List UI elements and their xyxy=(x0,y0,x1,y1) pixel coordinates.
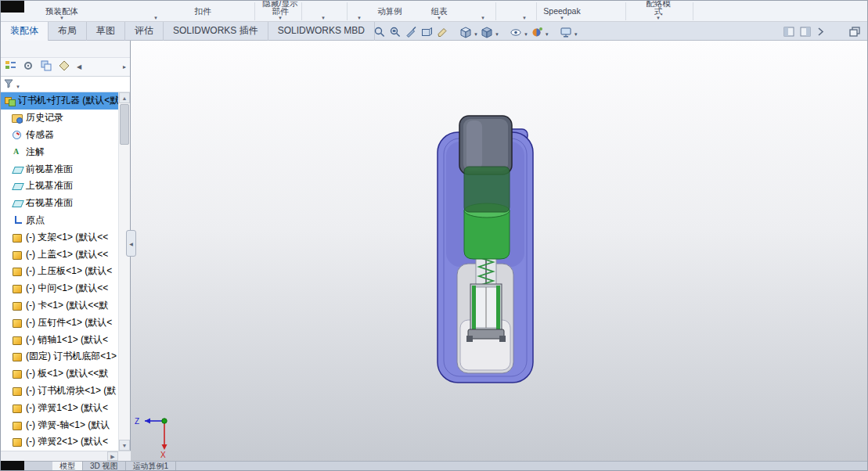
tree-item-icon xyxy=(12,215,23,225)
feature-tree: 订书机+打孔器 (默认<默 历史记录 传感器 注解 xyxy=(1,92,118,451)
dropdown-caret-icon xyxy=(473,25,478,39)
tree-item[interactable]: 前视基准面 xyxy=(1,160,118,178)
tree-item-label: (-) 中间<1> (默认<< xyxy=(26,282,108,295)
scroll-right-arrow[interactable]: ▶ xyxy=(107,451,118,461)
tree-item[interactable]: (-) 销轴1<1> (默认< xyxy=(1,331,118,348)
task-pane-toggle-left-icon[interactable] xyxy=(783,26,794,40)
ribbon-button-label: 组表 xyxy=(431,7,448,15)
tree-item[interactable]: 订书机+打孔器 (默认<默 xyxy=(1,92,118,110)
view-settings-icon[interactable] xyxy=(560,25,578,39)
tree-item[interactable]: (-) 支架<1> (默认<< xyxy=(1,228,118,246)
scrollbar-thumb[interactable] xyxy=(120,104,129,145)
ribbon-button[interactable] xyxy=(467,1,499,22)
scroll-up-arrow[interactable]: ▲ xyxy=(119,92,130,103)
tree-item-label: (-) 弹簧-轴<1> (默认 xyxy=(26,419,110,432)
tree-item-label: (-) 卡<1> (默认<<默 xyxy=(26,299,108,312)
hide-show-items-icon[interactable] xyxy=(510,25,528,39)
tree-item-icon xyxy=(12,266,23,276)
back-chevron-icon[interactable]: ◀ xyxy=(77,63,81,71)
tree-item[interactable]: (-) 弹簧-轴<1> (默认 xyxy=(1,416,118,433)
tree-item[interactable]: 注解 xyxy=(1,143,118,160)
ribbon-button-label: Speedpak xyxy=(543,7,580,15)
command-tab[interactable]: SOLIDWORKS MBD xyxy=(268,22,375,41)
tree-horizontal-scrollbar[interactable]: ▶ xyxy=(1,451,131,461)
command-tab[interactable]: SOLIDWORKS 插件 xyxy=(164,22,268,41)
annotation-pencil-icon[interactable] xyxy=(436,26,449,39)
configurationmanager-icon[interactable] xyxy=(41,60,52,74)
dropdown-caret-icon xyxy=(560,15,564,21)
tree-item-icon xyxy=(4,95,15,106)
tree-item[interactable]: (-) 上盖<1> (默认<< xyxy=(1,246,118,263)
tree-item-label: (-) 上盖<1> (默认<< xyxy=(26,248,108,261)
tree-item-label: (-) 弹簧2<1> (默认< xyxy=(26,435,108,448)
view-box-icon[interactable] xyxy=(420,26,434,39)
stapler-model[interactable] xyxy=(427,110,545,388)
ribbon-button-label: 扣件 xyxy=(195,7,211,15)
ribbon-button[interactable]: 扣件 xyxy=(179,1,226,22)
dimxpertmanager-icon[interactable] xyxy=(59,60,70,74)
tree-item-icon xyxy=(12,335,23,345)
tree-item-label: 订书机+打孔器 (默认<默 xyxy=(18,94,118,107)
tree-item[interactable]: (-) 上压板<1> (默认< xyxy=(1,263,118,280)
view-orientation-icon[interactable] xyxy=(459,25,478,39)
dropdown-caret-icon xyxy=(656,15,661,21)
tree-item-icon xyxy=(12,130,23,140)
tree-item-icon xyxy=(12,232,23,243)
tree-item-label: 右视基准面 xyxy=(26,196,73,210)
filter-funnel-icon[interactable] xyxy=(4,77,13,92)
tree-item[interactable]: 上视基准面 xyxy=(1,178,118,195)
ribbon-button[interactable] xyxy=(308,1,339,22)
display-style-icon[interactable] xyxy=(481,25,499,39)
ribbon-button[interactable]: 隐藏/显示 部件 xyxy=(253,1,308,22)
graphics-viewport[interactable]: Z X xyxy=(131,41,868,461)
dropdown-caret-icon xyxy=(59,15,64,21)
ribbon-button[interactable]: 配臵模 式 xyxy=(630,1,686,22)
bottom-tab[interactable]: 模型 xyxy=(52,462,83,471)
tree-item[interactable]: (-) 压钉件<1> (默认< xyxy=(1,314,118,331)
tree-item[interactable]: 传感器 xyxy=(1,127,118,144)
feature-manager-panel: ◀ ▸ 订书机+打孔器 (默认<默 历史记录 xyxy=(1,41,131,461)
zoom-fit-icon[interactable] xyxy=(373,26,387,39)
tree-item[interactable]: (-) 订书机滑块<1> (默 xyxy=(1,383,118,400)
tree-item[interactable]: 历史记录 xyxy=(1,110,118,127)
command-tab[interactable]: 评估 xyxy=(125,22,164,41)
flyout-chevron-icon[interactable]: ▸ xyxy=(123,63,126,71)
task-pane-controls xyxy=(783,26,824,40)
ribbon-button[interactable]: 动算例 xyxy=(365,1,415,22)
panel-splitter-handle[interactable] xyxy=(126,230,136,257)
zoom-area-icon[interactable] xyxy=(389,26,402,39)
ribbon-separator xyxy=(254,2,255,20)
tree-item[interactable]: 原点 xyxy=(1,212,118,229)
propertymanager-icon[interactable] xyxy=(23,60,34,74)
edit-appearance-icon[interactable] xyxy=(531,25,549,39)
section-view-icon[interactable] xyxy=(405,26,418,39)
bottom-tabs: 模型 3D 视图 运动算例1 xyxy=(52,462,176,471)
restore-window-icon[interactable] xyxy=(849,26,861,40)
task-pane-toggle-right-icon[interactable] xyxy=(800,26,811,40)
tree-scrollbar[interactable]: ▲ ▼ xyxy=(118,92,130,451)
ribbon-button[interactable] xyxy=(132,1,179,22)
tree-item[interactable]: (固定) 订书机底部<1> xyxy=(1,348,118,365)
featuremanager-tree-icon[interactable] xyxy=(5,60,16,74)
expand-chevron-icon[interactable] xyxy=(816,26,824,40)
ribbon-button[interactable]: 组表 xyxy=(417,1,461,22)
ribbon-button-label: 隐藏/显示 部件 xyxy=(263,1,298,15)
command-tab[interactable]: 装配体 xyxy=(1,22,49,41)
command-tab[interactable]: 草图 xyxy=(87,22,125,41)
triad-z-label: Z xyxy=(135,417,139,426)
tree-item[interactable]: (-) 弹簧1<1> (默认< xyxy=(1,399,118,416)
bottom-tab[interactable]: 运动算例1 xyxy=(126,462,177,471)
tree-item[interactable]: (-) 卡<1> (默认<<默 xyxy=(1,297,118,315)
ribbon-button[interactable]: 预装配体 xyxy=(31,1,93,22)
scroll-down-arrow[interactable]: ▼ xyxy=(119,440,130,451)
tree-item[interactable]: (-) 弹簧2<1> (默认< xyxy=(1,433,118,451)
bottom-tab[interactable]: 3D 视图 xyxy=(83,462,126,471)
bottom-tab-label: 3D 视图 xyxy=(90,462,118,470)
tree-item[interactable]: 右视基准面 xyxy=(1,195,118,212)
bottom-tab-label: 模型 xyxy=(59,462,75,470)
tree-item[interactable]: (-) 中间<1> (默认<< xyxy=(1,280,118,297)
tree-item[interactable]: (-) 板<1> (默认<<默 xyxy=(1,365,118,383)
dropdown-caret-icon[interactable] xyxy=(16,77,20,92)
command-tab[interactable]: 布局 xyxy=(49,22,87,41)
ribbon-button[interactable]: Speedpak xyxy=(538,1,586,22)
